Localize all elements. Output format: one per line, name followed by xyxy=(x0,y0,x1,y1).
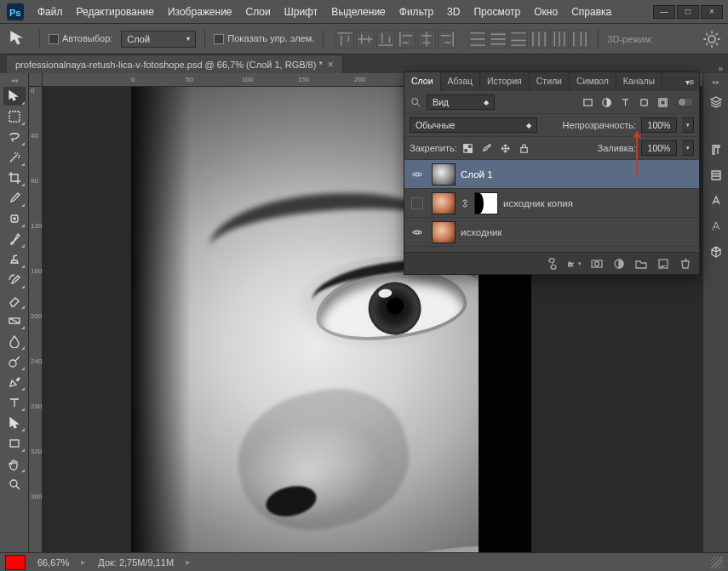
visibility-toggle[interactable] xyxy=(408,226,427,238)
opacity-field[interactable]: 100% xyxy=(641,117,677,133)
tab-history[interactable]: История xyxy=(480,72,530,91)
dist-right-button[interactable] xyxy=(570,30,589,49)
3d-dock-icon[interactable] xyxy=(707,243,725,261)
link-layers-icon[interactable] xyxy=(546,257,559,271)
mask-link-icon[interactable] xyxy=(461,198,469,208)
dist-hcenter-button[interactable] xyxy=(550,30,569,49)
maximize-button[interactable]: □ xyxy=(677,5,699,19)
delete-layer-icon[interactable] xyxy=(679,257,692,271)
lock-all-icon[interactable] xyxy=(519,142,530,154)
tab-styles[interactable]: Стили xyxy=(530,72,570,91)
toolbar-collapse-icon[interactable]: ◂◂ xyxy=(2,77,27,85)
layer-row[interactable]: исходник xyxy=(404,218,699,247)
foreground-color-swatch[interactable] xyxy=(5,555,26,570)
menu-view[interactable]: Просмотр xyxy=(467,3,527,21)
menu-window[interactable]: Окно xyxy=(527,3,565,21)
gradient-tool[interactable] xyxy=(3,311,26,330)
dist-top-button[interactable] xyxy=(468,30,487,49)
marquee-tool[interactable] xyxy=(3,107,26,126)
auto-select-checkbox[interactable]: Автовыбор: xyxy=(49,33,112,44)
tab-channels[interactable]: Каналы xyxy=(616,72,662,91)
fill-stepper[interactable]: ▾ xyxy=(682,140,694,156)
styles-dock-icon[interactable] xyxy=(707,217,725,236)
dock-collapse-icon[interactable]: ▸▸ xyxy=(713,78,719,86)
layer-thumbnail[interactable] xyxy=(432,192,456,214)
tab-character[interactable]: Символ xyxy=(570,72,616,91)
align-vcenter-button[interactable] xyxy=(356,30,375,49)
resize-grip[interactable] xyxy=(711,557,723,568)
menu-file[interactable]: Файл xyxy=(31,3,70,21)
menu-filter[interactable]: Фильтр xyxy=(393,3,440,21)
healing-brush-tool[interactable] xyxy=(3,209,26,228)
new-group-icon[interactable] xyxy=(634,257,648,271)
lock-transparency-icon[interactable] xyxy=(462,142,474,154)
menu-3d[interactable]: 3D xyxy=(440,3,467,21)
ruler-vertical[interactable]: 0 40 80 120 160 200 240 280 320 360 xyxy=(29,87,43,552)
visibility-toggle[interactable] xyxy=(408,168,427,180)
adjustment-layer-icon[interactable] xyxy=(612,257,626,271)
layer-row[interactable]: Слой 1 xyxy=(404,160,699,189)
layer-fx-icon[interactable]: fx▾ xyxy=(568,257,582,271)
lock-position-icon[interactable] xyxy=(500,142,512,154)
clone-stamp-tool[interactable] xyxy=(3,250,26,269)
layer-name[interactable]: исходник xyxy=(461,227,502,237)
character-dock-icon[interactable] xyxy=(707,191,725,210)
align-left-button[interactable] xyxy=(397,30,416,49)
menu-image[interactable]: Изображение xyxy=(161,3,239,21)
dist-vcenter-button[interactable] xyxy=(489,30,507,49)
history-brush-tool[interactable] xyxy=(3,271,26,289)
brush-tool[interactable] xyxy=(3,230,26,248)
tab-layers[interactable]: Слои xyxy=(404,72,441,91)
type-tool[interactable] xyxy=(3,393,26,412)
new-layer-icon[interactable] xyxy=(656,257,670,271)
pen-tool[interactable] xyxy=(3,373,26,391)
filter-pixel-icon[interactable] xyxy=(582,96,593,108)
filter-shape-icon[interactable] xyxy=(638,96,650,108)
magic-wand-tool[interactable] xyxy=(3,148,26,167)
close-button[interactable]: × xyxy=(701,5,723,19)
eyedropper-tool[interactable] xyxy=(3,189,26,208)
auto-select-target-dropdown[interactable]: Слой▾ xyxy=(121,31,196,48)
menu-edit[interactable]: Редактирование xyxy=(70,3,161,21)
dist-bottom-button[interactable] xyxy=(509,30,528,49)
show-transform-checkbox[interactable]: Показать упр. элем. xyxy=(214,33,314,44)
align-bottom-button[interactable] xyxy=(376,30,395,49)
lasso-tool[interactable] xyxy=(3,128,26,146)
filter-smart-icon[interactable] xyxy=(656,96,668,108)
filter-type-dropdown[interactable]: Вид◆ xyxy=(427,94,495,110)
panel-menu-icon[interactable]: ▾≡ xyxy=(680,72,699,91)
minimize-button[interactable]: — xyxy=(653,5,675,19)
menu-layers[interactable]: Слои xyxy=(239,3,278,21)
tabs-overflow-icon[interactable]: » xyxy=(718,64,723,73)
dodge-tool[interactable] xyxy=(3,352,26,371)
document-tab[interactable]: professionalnaya-retush-lica-v-fotoshope… xyxy=(7,54,343,73)
close-tab-icon[interactable]: × xyxy=(328,59,334,71)
align-right-button[interactable] xyxy=(438,30,456,49)
chevron-right-icon[interactable]: ▸ xyxy=(81,557,86,568)
menu-select[interactable]: Выделение xyxy=(324,3,393,21)
dist-left-button[interactable] xyxy=(530,30,548,49)
layer-mask-thumbnail[interactable] xyxy=(474,192,498,214)
menu-help[interactable]: Справка xyxy=(565,3,618,21)
layer-row[interactable]: исходник копия xyxy=(404,189,699,218)
layer-thumbnail[interactable] xyxy=(432,221,456,243)
layer-thumbnail[interactable] xyxy=(432,163,456,186)
visibility-toggle[interactable] xyxy=(408,197,427,209)
paragraph-dock-icon[interactable] xyxy=(707,140,725,159)
zoom-level[interactable]: 66,67% xyxy=(37,557,69,568)
tab-paragraph[interactable]: Абзац xyxy=(441,72,480,91)
blur-tool[interactable] xyxy=(3,332,26,351)
move-tool[interactable] xyxy=(3,87,26,106)
layer-name[interactable]: исходник копия xyxy=(503,198,573,208)
lock-pixels-icon[interactable] xyxy=(481,142,493,154)
rectangle-tool[interactable] xyxy=(3,434,26,453)
filter-adjust-icon[interactable] xyxy=(600,96,612,108)
blend-mode-dropdown[interactable]: Обычные◆ xyxy=(410,117,537,133)
menu-type[interactable]: Шрифт xyxy=(278,3,324,21)
ruler-origin[interactable] xyxy=(29,73,43,87)
chevron-right-icon[interactable]: ▸ xyxy=(186,557,191,568)
filter-type-icon[interactable] xyxy=(619,96,631,108)
hand-tool[interactable] xyxy=(3,454,26,473)
zoom-tool[interactable] xyxy=(3,475,26,494)
crop-tool[interactable] xyxy=(3,168,26,187)
